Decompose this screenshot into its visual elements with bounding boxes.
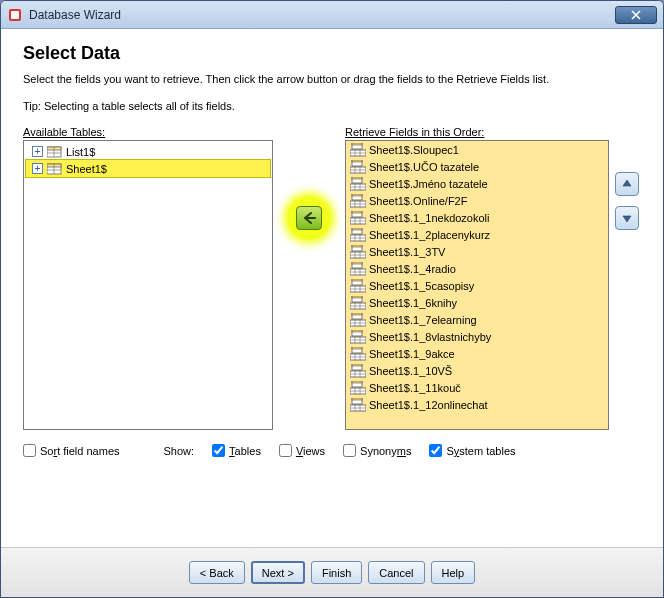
field-icon <box>350 228 366 242</box>
tables-checkbox[interactable] <box>212 444 225 457</box>
page-tip: Tip: Selecting a table selects all of it… <box>23 100 641 112</box>
svg-rect-47 <box>352 245 362 247</box>
field-item[interactable]: Sheet1$.1_3TV <box>346 243 608 260</box>
window-title: Database Wizard <box>29 8 615 22</box>
cancel-button[interactable]: Cancel <box>368 561 424 584</box>
field-icon <box>350 160 366 174</box>
field-item[interactable]: Sheet1$.Sloupec1 <box>346 141 608 158</box>
sort-field-names-checkbox[interactable] <box>23 444 36 457</box>
titlebar: Database Wizard <box>1 1 663 29</box>
field-icon <box>350 211 366 225</box>
field-item-label: Sheet1$.UČO tazatele <box>369 161 479 173</box>
field-icon <box>350 364 366 378</box>
table-icon <box>47 162 63 176</box>
field-icon <box>350 262 366 276</box>
svg-rect-17 <box>352 160 362 162</box>
finish-button[interactable]: Finish <box>311 561 362 584</box>
views-checkbox[interactable] <box>279 444 292 457</box>
remove-field-button[interactable] <box>296 206 322 230</box>
svg-rect-23 <box>352 177 362 179</box>
svg-rect-35 <box>352 211 362 213</box>
svg-rect-11 <box>352 143 362 145</box>
tree-item[interactable]: +List1$ <box>26 143 270 160</box>
tree-item[interactable]: +Sheet1$ <box>26 160 270 177</box>
views-label: Views <box>296 445 325 457</box>
field-item-label: Sheet1$.1_10VŠ <box>369 365 452 377</box>
wizard-footer: < Back Next > Finish Cancel Help <box>1 547 663 597</box>
svg-rect-101 <box>352 398 362 400</box>
field-item-label: Sheet1$.1_2placenykurz <box>369 229 490 241</box>
tables-label: Tables <box>229 445 261 457</box>
field-icon <box>350 194 366 208</box>
field-item-label: Sheet1$.1_3TV <box>369 246 445 258</box>
field-item[interactable]: Sheet1$.1_12onlinechat <box>346 396 608 413</box>
field-item-label: Sheet1$.Jméno tazatele <box>369 178 488 190</box>
show-label: Show: <box>164 445 195 457</box>
field-item-label: Sheet1$.1_9akce <box>369 348 455 360</box>
field-item[interactable]: Sheet1$.UČO tazatele <box>346 158 608 175</box>
field-item-label: Sheet1$.1_4radio <box>369 263 456 275</box>
next-button[interactable]: Next > <box>251 561 305 584</box>
field-icon <box>350 347 366 361</box>
back-button[interactable]: < Back <box>189 561 245 584</box>
svg-rect-71 <box>352 313 362 315</box>
tree-item-label: List1$ <box>66 146 95 158</box>
field-item-label: Sheet1$.1_7elearning <box>369 314 477 326</box>
field-item[interactable]: Sheet1$.1_1nekdozokoli <box>346 209 608 226</box>
page-heading: Select Data <box>23 43 641 64</box>
synonyms-label: Synonyms <box>360 445 411 457</box>
field-item[interactable]: Sheet1$.Jméno tazatele <box>346 175 608 192</box>
field-item-label: Sheet1$.1_11kouč <box>369 382 461 394</box>
svg-rect-65 <box>352 296 362 298</box>
table-icon <box>47 145 63 159</box>
svg-rect-1 <box>11 11 19 19</box>
field-icon <box>350 143 366 157</box>
field-item[interactable]: Sheet1$.1_11kouč <box>346 379 608 396</box>
field-icon <box>350 313 366 327</box>
expand-icon[interactable]: + <box>32 163 43 174</box>
field-item-label: Sheet1$.1_6knihy <box>369 297 457 309</box>
field-item-label: Sheet1$.Sloupec1 <box>369 144 459 156</box>
svg-rect-53 <box>352 262 362 264</box>
field-icon <box>350 177 366 191</box>
svg-rect-29 <box>352 194 362 196</box>
field-item-label: Sheet1$.1_1nekdozokoli <box>369 212 489 224</box>
field-item[interactable]: Sheet1$.1_8vlastnichyby <box>346 328 608 345</box>
app-icon <box>7 7 23 23</box>
field-item[interactable]: Sheet1$.Online/F2F <box>346 192 608 209</box>
sort-field-names-label: Sort field names <box>40 445 120 457</box>
system-tables-checkbox[interactable] <box>429 444 442 457</box>
synonyms-checkbox[interactable] <box>343 444 356 457</box>
svg-rect-59 <box>352 279 362 281</box>
available-tables-label: Available Tables: <box>23 126 273 138</box>
expand-icon[interactable]: + <box>32 146 43 157</box>
page-description: Select the fields you want to retrieve. … <box>23 72 641 86</box>
field-icon <box>350 381 366 395</box>
system-tables-label: System tables <box>446 445 515 457</box>
field-item[interactable]: Sheet1$.1_7elearning <box>346 311 608 328</box>
close-button[interactable] <box>615 6 657 24</box>
remove-field-highlight <box>287 196 331 240</box>
field-icon <box>350 279 366 293</box>
field-icon <box>350 330 366 344</box>
field-item-label: Sheet1$.1_8vlastnichyby <box>369 331 491 343</box>
svg-rect-89 <box>352 364 362 366</box>
move-down-button[interactable] <box>615 206 639 230</box>
field-item[interactable]: Sheet1$.1_9akce <box>346 345 608 362</box>
available-tables-list[interactable]: +List1$+Sheet1$ <box>23 140 273 430</box>
field-item-label: Sheet1$.1_5casopisy <box>369 280 474 292</box>
help-button[interactable]: Help <box>431 561 476 584</box>
svg-rect-95 <box>352 381 362 383</box>
field-item-label: Sheet1$.1_12onlinechat <box>369 399 488 411</box>
tree-item-label: Sheet1$ <box>66 163 107 175</box>
retrieve-fields-label: Retrieve Fields in this Order: <box>345 126 609 138</box>
field-item[interactable]: Sheet1$.1_5casopisy <box>346 277 608 294</box>
field-item[interactable]: Sheet1$.1_2placenykurz <box>346 226 608 243</box>
field-item[interactable]: Sheet1$.1_4radio <box>346 260 608 277</box>
svg-rect-77 <box>352 330 362 332</box>
field-item[interactable]: Sheet1$.1_6knihy <box>346 294 608 311</box>
field-icon <box>350 245 366 259</box>
move-up-button[interactable] <box>615 172 639 196</box>
field-item[interactable]: Sheet1$.1_10VŠ <box>346 362 608 379</box>
retrieve-fields-list[interactable]: Sheet1$.Sloupec1Sheet1$.UČO tazateleShee… <box>345 140 609 430</box>
